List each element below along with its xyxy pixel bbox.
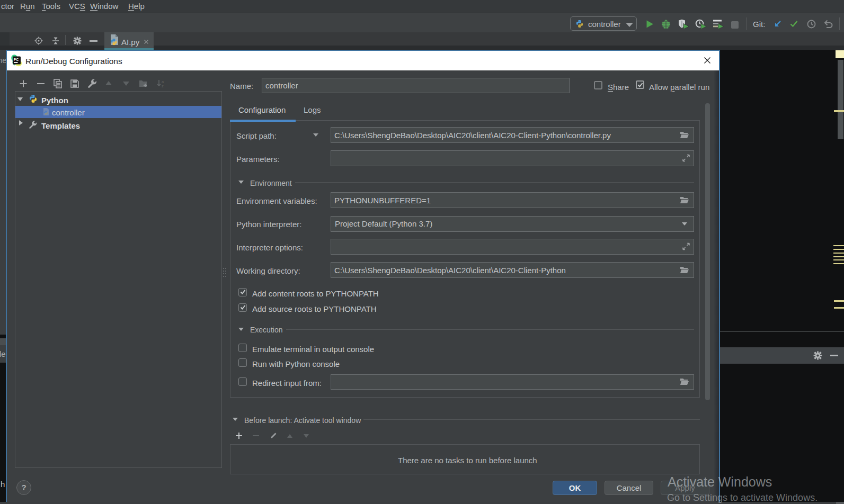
svg-text:z: z (162, 84, 164, 88)
svg-text:PC: PC (14, 58, 19, 61)
